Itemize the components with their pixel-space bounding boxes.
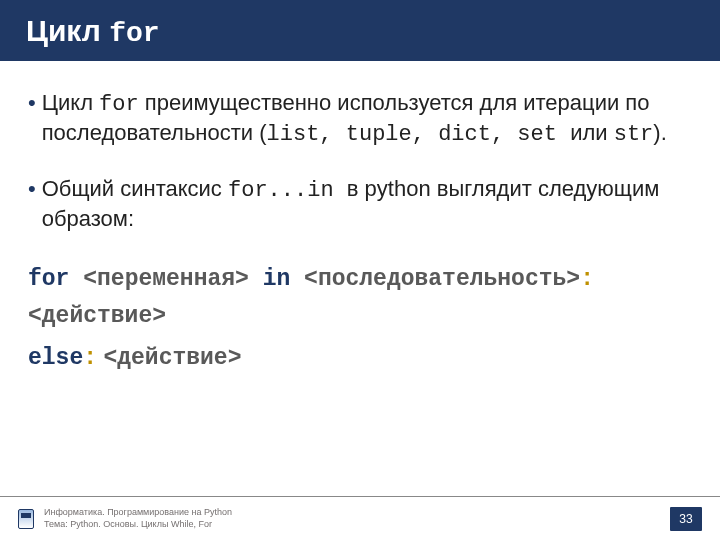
footer: Информатика. Программирование на Python … (0, 496, 720, 540)
bullet-text: Цикл for преимущественно используется дл… (42, 89, 692, 149)
slide-body: • Цикл for преимущественно используется … (0, 61, 720, 540)
footer-logo-icon (18, 509, 34, 529)
title-keyword: for (109, 18, 159, 49)
slide-title: Цикл for (26, 14, 694, 49)
syntax-line-2: else: <действие> (28, 339, 692, 377)
footer-line-2: Тема: Python. Основы. Циклы While, For (44, 519, 670, 530)
page-number: 33 (670, 507, 702, 531)
syntax-line-1: for <переменная> in <последовательность>… (28, 260, 692, 335)
title-bar: Цикл for (0, 0, 720, 61)
footer-line-1: Информатика. Программирование на Python (44, 507, 670, 518)
slide: Цикл for • Цикл for преимущественно испо… (0, 0, 720, 540)
bullet-dot: • (28, 175, 36, 233)
title-text: Цикл (26, 14, 109, 47)
bullet-text: Общий синтаксис for...in в python выгляд… (42, 175, 692, 233)
footer-text: Информатика. Программирование на Python … (44, 507, 670, 530)
bullet-dot: • (28, 89, 36, 149)
syntax-block: for <переменная> in <последовательность>… (28, 260, 692, 377)
bullet-item: • Цикл for преимущественно используется … (28, 89, 692, 149)
bullet-item: • Общий синтаксис for...in в python выгл… (28, 175, 692, 233)
